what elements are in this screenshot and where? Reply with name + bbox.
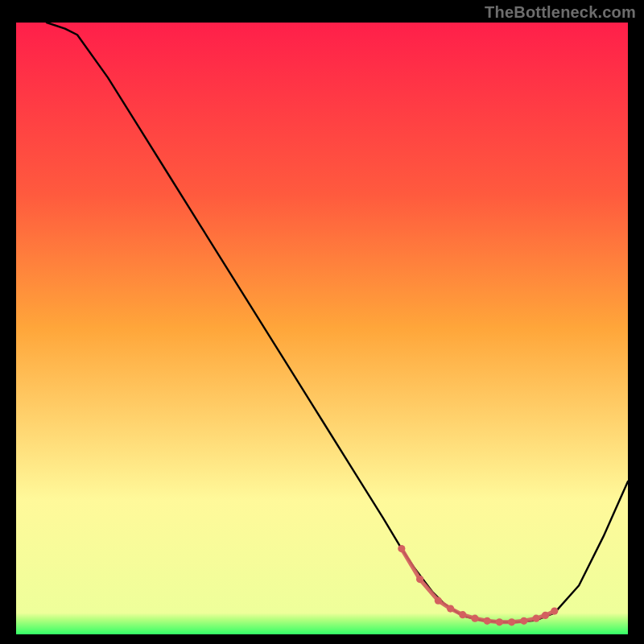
highlight-point (496, 618, 503, 625)
highlight-point (551, 608, 558, 615)
frame-bottom (0, 634, 644, 644)
highlight-point (398, 545, 405, 552)
chart-stage: TheBottleneck.com (0, 0, 644, 644)
highlight-point (416, 576, 423, 583)
watermark-text: TheBottleneck.com (485, 3, 636, 22)
highlight-point (471, 615, 478, 622)
highlight-point (508, 618, 515, 625)
highlight-point (484, 617, 491, 625)
plot-background (16, 23, 628, 634)
highlight-point (542, 612, 549, 619)
frame-left (0, 0, 16, 644)
highlight-point (435, 597, 442, 605)
bottleneck-chart (0, 0, 644, 644)
highlight-point (447, 605, 454, 613)
highlight-point (459, 611, 466, 618)
highlight-point (532, 615, 539, 622)
highlight-point (520, 617, 527, 625)
frame-right (628, 0, 644, 644)
